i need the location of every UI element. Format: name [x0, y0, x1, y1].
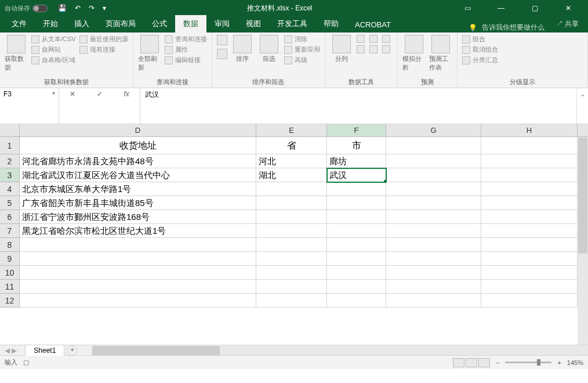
close-icon[interactable]: ✕	[557, 4, 580, 12]
cell[interactable]: 湖北省武汉市江夏区光谷大道当代中心	[20, 168, 256, 182]
cell[interactable]	[20, 266, 256, 280]
properties-button[interactable]: 属性	[165, 45, 207, 54]
cell[interactable]	[481, 266, 578, 280]
remove-dup-icon[interactable]	[369, 35, 378, 43]
tab-dev[interactable]: 开发工具	[269, 15, 315, 32]
cell[interactable]	[327, 210, 386, 224]
sheet-tab[interactable]: Sheet1	[25, 345, 64, 356]
share-button[interactable]: ↗ 共享	[550, 16, 585, 32]
cell[interactable]	[327, 196, 386, 210]
page-break-icon[interactable]	[478, 358, 490, 367]
row-header[interactable]: 5	[0, 196, 20, 210]
cell[interactable]	[256, 182, 327, 196]
sort-za-icon[interactable]	[217, 49, 227, 59]
cell[interactable]	[386, 280, 481, 294]
cell[interactable]	[256, 210, 327, 224]
save-icon[interactable]: 💾	[58, 4, 67, 12]
group-button[interactable]: 组合	[462, 35, 498, 44]
confirm-icon[interactable]: ✓	[97, 90, 103, 98]
cell[interactable]	[327, 224, 386, 238]
cell[interactable]	[20, 294, 256, 308]
relations-icon[interactable]	[369, 45, 378, 53]
cell[interactable]	[386, 266, 481, 280]
zoom-in-icon[interactable]: +	[557, 359, 561, 366]
row-header[interactable]: 4	[0, 182, 20, 196]
cell[interactable]	[481, 238, 578, 252]
page-layout-icon[interactable]	[466, 358, 477, 367]
select-all-corner[interactable]	[0, 124, 20, 136]
hscroll-thumb[interactable]	[92, 346, 220, 355]
vertical-scrollbar[interactable]	[578, 137, 588, 345]
cell[interactable]	[481, 154, 578, 168]
cell[interactable]	[481, 168, 578, 182]
ribbon-options-icon[interactable]: ▭	[456, 4, 479, 12]
existing-conn-button[interactable]: 现有连接	[79, 45, 128, 54]
col-header-e[interactable]: E	[256, 124, 327, 136]
tell-me-input[interactable]: 告诉我你想要做什么	[482, 23, 545, 32]
zoom-slider[interactable]	[505, 362, 551, 363]
sheet-nav[interactable]: ◀ ▶	[0, 346, 21, 355]
macro-record-icon[interactable]: ▢	[23, 359, 29, 366]
row-header[interactable]: 9	[0, 252, 20, 266]
queries-button[interactable]: 查询和连接	[165, 35, 207, 44]
advanced-button[interactable]: 高级	[284, 56, 320, 64]
cell[interactable]: 收货地址	[20, 137, 256, 154]
cell[interactable]: 河北	[256, 154, 327, 168]
row-header[interactable]: 11	[0, 280, 20, 294]
row-header[interactable]: 7	[0, 224, 20, 238]
cell[interactable]: 浙江省宁波市鄞州区安波路168号	[20, 210, 256, 224]
cell[interactable]	[386, 182, 481, 196]
cell[interactable]	[386, 294, 481, 308]
cell[interactable]	[386, 196, 481, 210]
filter-button[interactable]: 筛选	[257, 35, 281, 63]
row-header[interactable]: 10	[0, 266, 20, 280]
search-icon[interactable]: 💡	[469, 24, 477, 32]
tab-acrobat[interactable]: ACROBAT	[347, 17, 399, 32]
consolidate-icon[interactable]	[357, 45, 365, 53]
cell[interactable]	[481, 210, 578, 224]
tab-layout[interactable]: 页面布局	[97, 15, 144, 32]
cell[interactable]: 湖北	[256, 168, 327, 182]
flash-fill-icon[interactable]	[357, 35, 365, 43]
cell[interactable]	[327, 238, 386, 252]
clear-button[interactable]: 清除	[284, 35, 320, 44]
zoom-level[interactable]: 145%	[567, 359, 583, 366]
cell[interactable]	[327, 182, 386, 196]
ungroup-button[interactable]: 取消组合	[462, 45, 498, 54]
cell[interactable]	[256, 280, 327, 294]
redo-icon[interactable]: ↷	[89, 4, 95, 12]
cell[interactable]	[386, 238, 481, 252]
get-data-button[interactable]: 获取数据	[5, 35, 28, 72]
cell[interactable]	[256, 196, 327, 210]
text-to-columns-button[interactable]: 分列	[330, 35, 353, 63]
col-header-f[interactable]: F	[327, 124, 386, 136]
col-header-g[interactable]: G	[386, 124, 481, 136]
maximize-icon[interactable]: ▢	[523, 4, 546, 12]
cell[interactable]	[327, 294, 386, 308]
subtotal-button[interactable]: 分类汇总	[462, 56, 498, 64]
cell[interactable]	[327, 252, 386, 266]
cell[interactable]	[20, 238, 256, 252]
from-web-button[interactable]: 自网站	[31, 45, 76, 54]
formula-input[interactable]: 武汉	[140, 88, 576, 124]
validation-icon[interactable]	[382, 35, 390, 43]
edit-links-button[interactable]: 编辑链接	[165, 56, 207, 64]
cell[interactable]	[386, 168, 481, 182]
name-box[interactable]: F3	[0, 88, 59, 124]
fx-icon[interactable]: fx	[124, 90, 129, 98]
cell[interactable]: 省	[256, 137, 327, 154]
row-header[interactable]: 8	[0, 238, 20, 252]
cell[interactable]: 黑龙江省哈尔滨市松北区世纪大道1号	[20, 224, 256, 238]
tab-file[interactable]: 文件	[3, 15, 35, 32]
col-header-d[interactable]: D	[20, 124, 256, 136]
sort-button[interactable]: 排序	[231, 35, 254, 63]
minimize-icon[interactable]: —	[489, 4, 513, 12]
cell[interactable]	[256, 294, 327, 308]
cell[interactable]: 市	[327, 137, 386, 154]
cell[interactable]	[481, 294, 578, 308]
add-sheet-button[interactable]: +	[67, 345, 77, 356]
tab-formula[interactable]: 公式	[144, 15, 175, 32]
row-header[interactable]: 1	[0, 137, 20, 154]
cell[interactable]	[256, 252, 327, 266]
row-header[interactable]: 2	[0, 154, 20, 168]
